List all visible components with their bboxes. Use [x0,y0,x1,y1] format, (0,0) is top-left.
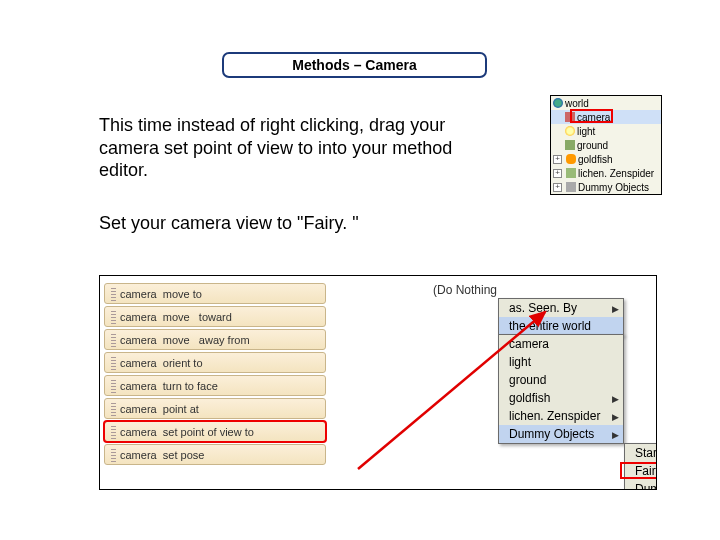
context-menu-2: camera light ground goldfish▶ lichen. Ze… [498,334,624,444]
method-tile[interactable]: camera turn to face [104,375,326,396]
grip-icon [111,448,116,462]
tree-label: goldfish [578,154,612,165]
methods-list: camera move tocamera move towardcamera m… [100,276,330,489]
grip-icon [111,287,116,301]
expand-icon[interactable]: + [553,155,562,164]
method-text: camera turn to face [120,380,218,392]
method-tile[interactable]: camera move toward [104,306,326,327]
tree-item-lichen[interactable]: + lichen. Zenspider [551,166,661,180]
method-text: camera move away from [120,334,250,346]
menu-item-entireworld[interactable]: the entire world [499,317,623,335]
menu-label: lichen. Zenspider [509,409,600,423]
menu-label: goldfish [509,391,550,405]
tree-item-ground[interactable]: ground [551,138,661,152]
menu-item-fairy[interactable]: Fairy [625,462,657,480]
tree-label: light [577,126,595,137]
menu-label: as. Seen. By [509,301,577,315]
submenu-arrow-icon: ▶ [612,428,619,442]
tree-label: lichen. Zenspider [578,168,654,179]
menu-item-lichen[interactable]: lichen. Zenspider▶ [499,407,623,425]
grip-icon [111,310,116,324]
tree-item-goldfish[interactable]: + goldfish [551,152,661,166]
camera-icon [565,112,575,122]
menu-item-camera[interactable]: camera [499,335,623,353]
menu-item-dummy[interactable]: Dummy [625,480,657,490]
title-box: Methods – Camera [222,52,487,78]
grip-icon [111,425,116,439]
context-menu-3: Start Fairy Dummy [624,443,657,490]
tree-item-light[interactable]: light [551,124,661,138]
menu-item-asseenby[interactable]: as. Seen. By ▶ [499,299,623,317]
menu-label: Fairy [635,464,657,478]
object-tree-panel: world camera light ground + goldfish + l… [550,95,662,195]
method-text: camera set point of view to [120,426,254,438]
method-editor-screenshot: camera move tocamera move towardcamera m… [99,275,657,490]
menu-item-dummy-objects[interactable]: Dummy Objects▶ [499,425,623,443]
world-icon [553,98,563,108]
ground-icon [565,140,575,150]
submenu-arrow-icon: ▶ [612,410,619,424]
method-text: camera set pose [120,449,204,461]
title-text: Methods – Camera [292,57,416,73]
menu-item-goldfish[interactable]: goldfish▶ [499,389,623,407]
menu-item-start[interactable]: Start [625,444,657,462]
tree-item-camera[interactable]: camera [551,110,661,124]
method-tile[interactable]: camera set point of view to [104,421,326,442]
instruction-text-2: Set your camera view to "Fairy. " [99,213,499,234]
tree-label: camera [577,112,610,123]
instruction-text-1: This time instead of right clicking, dra… [99,114,484,182]
method-tile[interactable]: camera orient to [104,352,326,373]
menu-label: ground [509,373,546,387]
submenu-arrow-icon: ▶ [612,302,619,316]
tree-item-dummy[interactable]: + Dummy Objects [551,180,661,194]
menu-label: light [509,355,531,369]
menu-label: camera [509,337,549,351]
menu-item-ground[interactable]: ground [499,371,623,389]
tree-label: world [565,98,589,109]
menu-item-light[interactable]: light [499,353,623,371]
expand-icon[interactable]: + [553,183,562,192]
light-icon [565,126,575,136]
method-text: camera orient to [120,357,203,369]
grip-icon [111,379,116,393]
grip-icon [111,333,116,347]
grip-icon [111,356,116,370]
expand-icon[interactable]: + [553,169,562,178]
method-text: camera point at [120,403,199,415]
tree-label: ground [577,140,608,151]
grip-icon [111,402,116,416]
do-nothing-label: (Do Nothing [433,283,497,297]
method-tile[interactable]: camera set pose [104,444,326,465]
menu-label: Dummy [635,482,657,490]
menu-label: Start [635,446,657,460]
tree-label: Dummy Objects [578,182,649,193]
method-tile[interactable]: camera point at [104,398,326,419]
goldfish-icon [566,154,576,164]
method-tile[interactable]: camera move away from [104,329,326,350]
lichen-icon [566,168,576,178]
method-tile[interactable]: camera move to [104,283,326,304]
method-text: camera move toward [120,311,232,323]
dummy-icon [566,182,576,192]
menu-label: the entire world [509,319,591,333]
method-text: camera move to [120,288,202,300]
tree-item-world[interactable]: world [551,96,661,110]
submenu-arrow-icon: ▶ [612,392,619,406]
context-menu-1: as. Seen. By ▶ the entire world [498,298,624,336]
menu-label: Dummy Objects [509,427,594,441]
